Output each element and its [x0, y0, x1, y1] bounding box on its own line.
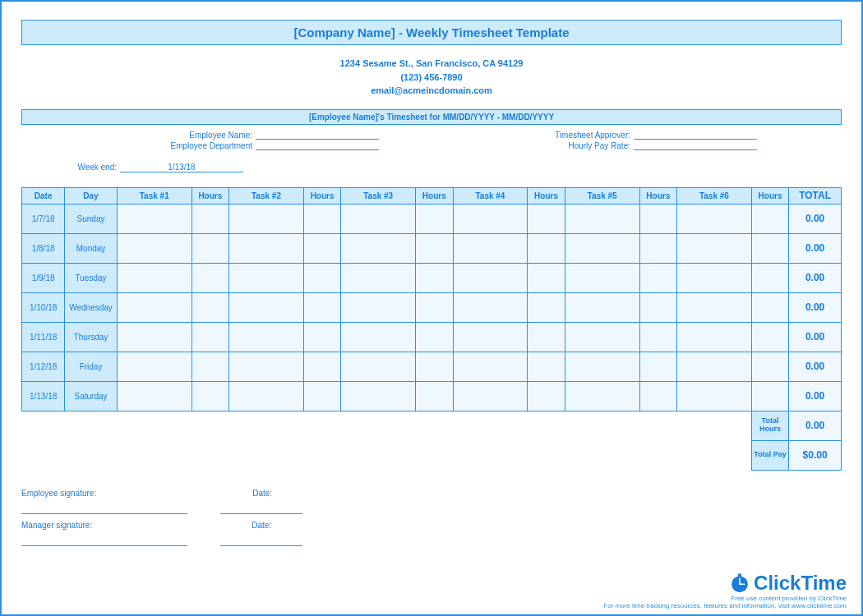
cell-hours[interactable]	[192, 352, 228, 381]
cell-hours[interactable]	[303, 204, 340, 233]
cell-task[interactable]	[565, 381, 639, 411]
cell-task[interactable]	[229, 204, 304, 233]
employee-signature-date-field[interactable]	[220, 501, 302, 514]
cell-task[interactable]	[229, 322, 304, 352]
cell-task[interactable]	[565, 263, 639, 292]
cell-hours[interactable]	[303, 292, 340, 322]
cell-hours[interactable]	[639, 352, 676, 381]
cell-task[interactable]	[676, 352, 751, 381]
cell-hours[interactable]	[192, 292, 228, 322]
cell-hours[interactable]	[416, 352, 453, 381]
cell-task[interactable]	[565, 233, 639, 263]
table-row: 1/12/18Friday0.00	[22, 352, 842, 381]
timesheet-period-title: [Employee Name]'s Timesheet for MM/DD/YY…	[21, 109, 842, 125]
cell-task[interactable]	[341, 263, 416, 292]
cell-task[interactable]	[453, 381, 528, 411]
cell-task[interactable]	[117, 381, 192, 411]
cell-task[interactable]	[676, 233, 751, 263]
cell-hours[interactable]	[192, 322, 228, 352]
cell-hours[interactable]	[751, 381, 788, 411]
cell-hours[interactable]	[528, 204, 565, 233]
cell-hours[interactable]	[192, 263, 228, 292]
cell-hours[interactable]	[192, 381, 228, 411]
cell-hours[interactable]	[639, 292, 676, 322]
cell-hours[interactable]	[639, 263, 676, 292]
cell-hours[interactable]	[192, 204, 228, 233]
cell-hours[interactable]	[192, 233, 228, 263]
cell-hours[interactable]	[639, 381, 676, 411]
cell-task[interactable]	[676, 292, 751, 322]
cell-task[interactable]	[229, 233, 304, 263]
cell-hours[interactable]	[416, 263, 453, 292]
cell-hours[interactable]	[751, 233, 788, 263]
cell-hours[interactable]	[639, 322, 676, 352]
manager-signature-date-field[interactable]	[220, 533, 302, 546]
cell-task[interactable]	[453, 352, 528, 381]
cell-task[interactable]	[117, 352, 192, 381]
cell-task[interactable]	[229, 263, 304, 292]
cell-hours[interactable]	[639, 233, 676, 263]
cell-task[interactable]	[453, 204, 528, 233]
cell-task[interactable]	[341, 381, 416, 411]
svg-point-3	[739, 583, 741, 585]
company-address: 1234 Sesame St., San Francisco, CA 94129	[21, 57, 842, 71]
cell-task[interactable]	[676, 381, 751, 411]
cell-hours[interactable]	[528, 233, 565, 263]
cell-hours[interactable]	[303, 322, 340, 352]
employee-signature-field[interactable]	[21, 501, 187, 514]
cell-task[interactable]	[676, 263, 751, 292]
cell-hours[interactable]	[751, 352, 788, 381]
cell-task[interactable]	[117, 233, 192, 263]
cell-task[interactable]	[453, 322, 528, 352]
table-header-row: Date Day Task #1 Hours Task #2 Hours Tas…	[22, 187, 842, 204]
cell-hours[interactable]	[416, 204, 453, 233]
cell-task[interactable]	[117, 292, 192, 322]
cell-task[interactable]	[565, 352, 639, 381]
week-end-field[interactable]: 1/13/18	[120, 163, 243, 172]
cell-hours[interactable]	[751, 292, 788, 322]
cell-task[interactable]	[565, 204, 639, 233]
cell-task[interactable]	[676, 322, 751, 352]
cell-hours[interactable]	[416, 322, 453, 352]
cell-hours[interactable]	[639, 204, 676, 233]
meta-row-1: Employee Name: Timesheet Approver:	[21, 130, 842, 140]
cell-hours[interactable]	[528, 322, 565, 352]
cell-task[interactable]	[341, 233, 416, 263]
cell-task[interactable]	[341, 352, 416, 381]
cell-task[interactable]	[229, 381, 304, 411]
cell-hours[interactable]	[416, 292, 453, 322]
cell-task[interactable]	[341, 204, 416, 233]
manager-signature-field[interactable]	[21, 533, 187, 546]
cell-task[interactable]	[229, 352, 304, 381]
cell-hours[interactable]	[416, 381, 453, 411]
cell-task[interactable]	[341, 322, 416, 352]
cell-task[interactable]	[117, 263, 192, 292]
cell-hours[interactable]	[416, 233, 453, 263]
cell-hours[interactable]	[303, 381, 340, 411]
cell-task[interactable]	[453, 292, 528, 322]
cell-hours[interactable]	[751, 204, 788, 233]
cell-task[interactable]	[565, 292, 639, 322]
cell-task[interactable]	[453, 233, 528, 263]
cell-hours[interactable]	[303, 263, 340, 292]
cell-hours[interactable]	[751, 263, 788, 292]
cell-hours[interactable]	[303, 352, 340, 381]
cell-hours[interactable]	[528, 352, 565, 381]
cell-hours[interactable]	[303, 233, 340, 263]
employee-name-field[interactable]	[256, 131, 379, 140]
cell-hours[interactable]	[528, 263, 565, 292]
employee-dept-field[interactable]	[256, 141, 379, 150]
cell-hours[interactable]	[751, 322, 788, 352]
cell-task[interactable]	[341, 292, 416, 322]
cell-task[interactable]	[117, 322, 192, 352]
approver-field[interactable]	[634, 131, 757, 140]
cell-task[interactable]	[229, 292, 304, 322]
cell-task[interactable]	[565, 322, 639, 352]
timesheet-table: Date Day Task #1 Hours Task #2 Hours Tas…	[21, 187, 842, 471]
hourly-rate-field[interactable]	[634, 141, 757, 150]
cell-task[interactable]	[117, 204, 192, 233]
cell-task[interactable]	[676, 204, 751, 233]
cell-task[interactable]	[453, 263, 528, 292]
cell-hours[interactable]	[528, 381, 565, 411]
cell-hours[interactable]	[528, 292, 565, 322]
